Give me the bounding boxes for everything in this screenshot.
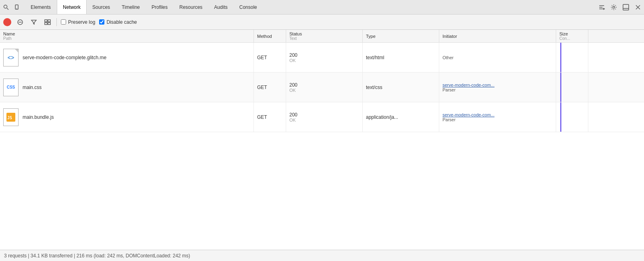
svg-rect-14 [48, 23, 50, 25]
td-type-2: text/css [363, 72, 439, 102]
td-status-3: 200 OK [286, 102, 363, 132]
th-method: Method [254, 30, 286, 42]
disable-cache-checkbox[interactable] [99, 19, 104, 25]
device-icon[interactable] [13, 3, 22, 12]
toolbar: Preserve log Disable cache [0, 14, 644, 30]
th-type: Type [363, 30, 439, 42]
toolbar-divider [56, 18, 57, 26]
tab-audits[interactable]: Audits [208, 0, 233, 14]
waterfall-bar [560, 43, 561, 72]
td-name-2: CSS main.css [0, 72, 254, 102]
tab-network[interactable]: Network [57, 0, 87, 14]
th-status: Status Text [286, 30, 363, 42]
waterfall-bar [560, 102, 561, 132]
svg-rect-13 [45, 23, 47, 25]
td-name-3: JS main.bundle.js [0, 102, 254, 132]
html-file-icon: <> [3, 49, 19, 66]
th-initiator: Initiator [439, 30, 556, 42]
css-file-icon: CSS [3, 79, 19, 96]
svg-line-1 [7, 8, 8, 10]
td-method-3: GET [254, 102, 286, 132]
table-header: Name Path Method Status Text Type Initia… [0, 30, 644, 43]
td-type-1: text/html [363, 43, 439, 72]
nav-tabs: Elements Network Sources Timeline Profil… [25, 0, 597, 14]
js-file-icon: JS [3, 108, 19, 126]
search-icon[interactable] [2, 3, 10, 12]
table-row[interactable]: <> serve-modern-code-complete.glitch.me … [0, 43, 644, 72]
td-waterfall-2 [556, 72, 588, 102]
console-drawer-icon[interactable] [597, 3, 606, 12]
td-method-1: GET [254, 43, 286, 72]
dock-icon[interactable] [621, 3, 630, 12]
td-initiator-3: serve-modern-code-com... Parser [439, 102, 556, 132]
table-body: <> serve-modern-code-complete.glitch.me … [0, 43, 644, 250]
svg-point-4 [613, 6, 615, 8]
close-icon[interactable] [634, 3, 642, 12]
tab-profiles[interactable]: Profiles [146, 0, 174, 14]
th-size: Size Con... [556, 30, 588, 42]
table-row[interactable]: CSS main.css GET 200 OK text/css serve-m… [0, 72, 644, 102]
td-initiator-1: Other [439, 43, 556, 72]
status-bar: 3 requests | 34.1 KB transferred | 216 m… [0, 250, 644, 261]
svg-text:JS: JS [7, 116, 12, 120]
svg-point-3 [17, 8, 17, 9]
tab-console[interactable]: Console [234, 0, 263, 14]
th-name: Name Path [0, 30, 254, 42]
td-initiator-2: serve-modern-code-com... Parser [439, 72, 556, 102]
disable-cache-label[interactable]: Disable cache [99, 19, 137, 25]
top-nav-icons [2, 3, 22, 12]
svg-rect-11 [45, 20, 47, 22]
top-nav: Elements Network Sources Timeline Profil… [0, 0, 644, 14]
tab-resources[interactable]: Resources [174, 0, 208, 14]
td-method-2: GET [254, 72, 286, 102]
td-status-1: 200 OK [286, 43, 363, 72]
td-type-3: application/ja... [363, 102, 439, 132]
record-button[interactable] [3, 18, 11, 26]
clear-button[interactable] [15, 17, 25, 27]
network-table: Name Path Method Status Text Type Initia… [0, 30, 644, 250]
tab-timeline[interactable]: Timeline [116, 0, 146, 14]
tab-elements[interactable]: Elements [25, 0, 57, 14]
tab-sources[interactable]: Sources [87, 0, 116, 14]
td-name-1: <> serve-modern-code-complete.glitch.me [0, 43, 254, 72]
td-waterfall-1 [556, 43, 588, 72]
table-row[interactable]: JS main.bundle.js GET 200 OK application… [0, 102, 644, 132]
preserve-log-checkbox[interactable] [61, 19, 66, 25]
svg-rect-12 [48, 20, 50, 22]
td-status-2: 200 OK [286, 72, 363, 102]
view-toggle-button[interactable] [43, 17, 52, 27]
svg-point-0 [4, 5, 7, 8]
svg-rect-5 [623, 4, 629, 10]
waterfall-bar [560, 72, 561, 102]
filter-button[interactable] [29, 17, 39, 27]
top-nav-right [597, 3, 642, 12]
preserve-log-label[interactable]: Preserve log [61, 19, 95, 25]
settings-icon[interactable] [609, 3, 618, 12]
td-waterfall-3 [556, 102, 588, 132]
